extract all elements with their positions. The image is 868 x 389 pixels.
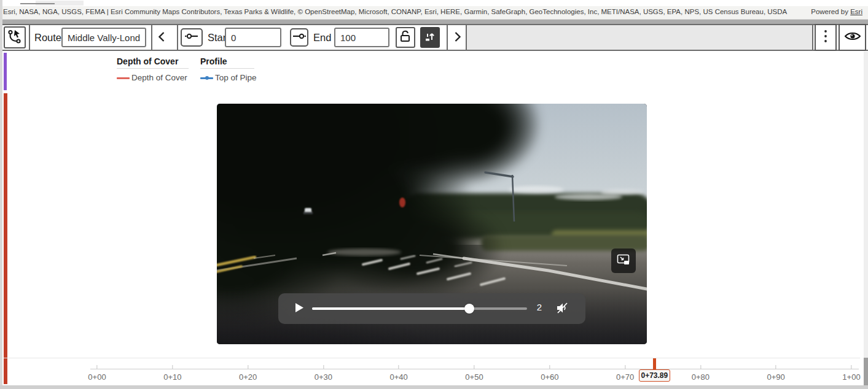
esri-link[interactable]: Esri: [850, 8, 862, 15]
window-left-edge: [0, 0, 2, 389]
axis-tick-label: 0+80: [692, 372, 710, 382]
accent-bar-purple: [4, 53, 7, 90]
toolbar-filler-panel: [466, 24, 813, 51]
window-bottom-edge: [0, 385, 868, 389]
axis-tick-mark: [776, 365, 776, 369]
progress-slider-thumb[interactable]: [464, 304, 474, 314]
axis-tick: 0+50: [465, 365, 483, 382]
axis-tick-label: 0+20: [239, 372, 257, 382]
app-window: Esri, NASA, NGA, USGS, FEMA | Esri Commu…: [0, 0, 868, 389]
kebab-menu-icon: [824, 29, 827, 46]
swap-direction-icon: [424, 30, 436, 45]
station-marker-label: 0+73.89: [639, 369, 670, 382]
eye-icon: [844, 31, 861, 44]
axis-tick-label: 0+10: [163, 372, 181, 382]
muted-speaker-icon: [555, 301, 569, 317]
axis-tick-mark: [474, 365, 474, 369]
start-station-button[interactable]: [181, 28, 203, 47]
legend-group-title-profile: Profile: [200, 56, 227, 66]
attribution-sources: Esri, NASA, NGA, USGS, FEMA | Esri Commu…: [3, 8, 787, 15]
vertical-scrollbar-thumb[interactable]: [864, 358, 868, 385]
lock-button[interactable]: [396, 27, 415, 48]
unlock-icon: [399, 29, 412, 46]
vertical-scrollbar-track[interactable]: [864, 52, 868, 385]
legend-group-title-depth: Depth of Cover: [117, 56, 178, 66]
end-input[interactable]: [334, 28, 389, 47]
legend-swatch-depth-of-cover: [117, 77, 130, 79]
axis-tick: 0+80: [692, 365, 710, 382]
chevron-left-icon: [156, 31, 167, 45]
axis-tick-label: 1+00: [842, 372, 860, 382]
toolbar-separator: [177, 24, 178, 51]
axis-tick-mark: [96, 365, 97, 369]
progress-slider-fill: [312, 307, 469, 310]
playback-rate-label: 2: [531, 302, 547, 312]
legend-item-depth-of-cover: Depth of Cover: [131, 73, 187, 82]
axis-tick-label: 0+40: [390, 372, 408, 382]
axis-tick-mark: [399, 365, 399, 369]
axis-tick-label: 0+90: [767, 372, 785, 382]
axis-tick: 0+90: [767, 365, 785, 382]
end-label: End: [313, 25, 331, 50]
toolbar-separator: [447, 24, 448, 51]
top-edge-remnant-underline: [20, 3, 55, 4]
play-icon: [295, 303, 303, 314]
axis-tick-mark: [172, 365, 173, 369]
axis-tick-mark: [851, 365, 851, 369]
axis-tick-label: 0+50: [465, 372, 483, 382]
more-options-button[interactable]: [815, 24, 837, 51]
start-input[interactable]: [225, 28, 281, 47]
axis-tick: 0+60: [541, 365, 558, 382]
toolbar-separator: [151, 24, 152, 51]
swap-direction-button[interactable]: [420, 27, 440, 48]
axis-tick-label: 0+70: [616, 372, 634, 382]
axis-tick: 0+70: [616, 365, 634, 382]
axis-tick-label: 0+60: [541, 372, 558, 382]
mute-button[interactable]: [553, 301, 571, 316]
play-button[interactable]: [291, 300, 308, 317]
legend-underline: [200, 68, 254, 69]
legend-underline: [117, 68, 189, 69]
chevron-right-icon: [452, 31, 463, 45]
station-marker-line: [653, 358, 656, 369]
map-attribution-bar: Esri, NASA, NGA, USGS, FEMA | Esri Commu…: [0, 6, 868, 20]
axis-tick: 0+30: [315, 365, 332, 382]
route-select-icon: [7, 28, 23, 47]
axis-tick: 0+20: [239, 365, 257, 382]
end-station-button[interactable]: [290, 28, 308, 47]
axis-tick-mark: [700, 365, 701, 369]
video-controls-bar: 2: [278, 293, 585, 324]
axis-tick-mark: [549, 365, 550, 369]
powered-by-text: Powered by: [811, 8, 850, 15]
chart-baseline: [4, 358, 860, 358]
axis-tick-mark: [323, 365, 324, 369]
start-station-icon: [184, 32, 199, 43]
accent-bar-orange: [4, 93, 7, 384]
next-route-button[interactable]: [450, 29, 466, 45]
axis-tick-mark: [248, 365, 248, 369]
axis-tick: 0+10: [163, 365, 181, 382]
axis-tick-label: 0+30: [315, 372, 332, 382]
end-station-icon: [292, 32, 307, 43]
picture-in-picture-button[interactable]: [611, 248, 636, 273]
picture-in-picture-icon: [617, 254, 630, 268]
axis-tick-label: 0+00: [88, 372, 106, 382]
axis-tick: 1+00: [842, 365, 860, 382]
route-label: Route: [34, 25, 61, 50]
legend-swatch-dot: [205, 76, 209, 80]
axis-tick: 0+00: [88, 365, 106, 382]
route-select-button[interactable]: [4, 26, 26, 48]
previous-route-button[interactable]: [154, 29, 170, 45]
visibility-button[interactable]: [839, 24, 866, 51]
video-player[interactable]: 2: [217, 104, 647, 344]
toolbar-separator: [29, 24, 30, 51]
axis-tick: 0+40: [390, 365, 408, 382]
route-input[interactable]: [61, 28, 146, 47]
legend-item-top-of-pipe: Top of Pipe: [215, 73, 257, 82]
separator-band: [0, 20, 868, 24]
axis-tick-mark: [625, 365, 625, 369]
powered-by: Powered by Esri: [811, 8, 862, 15]
